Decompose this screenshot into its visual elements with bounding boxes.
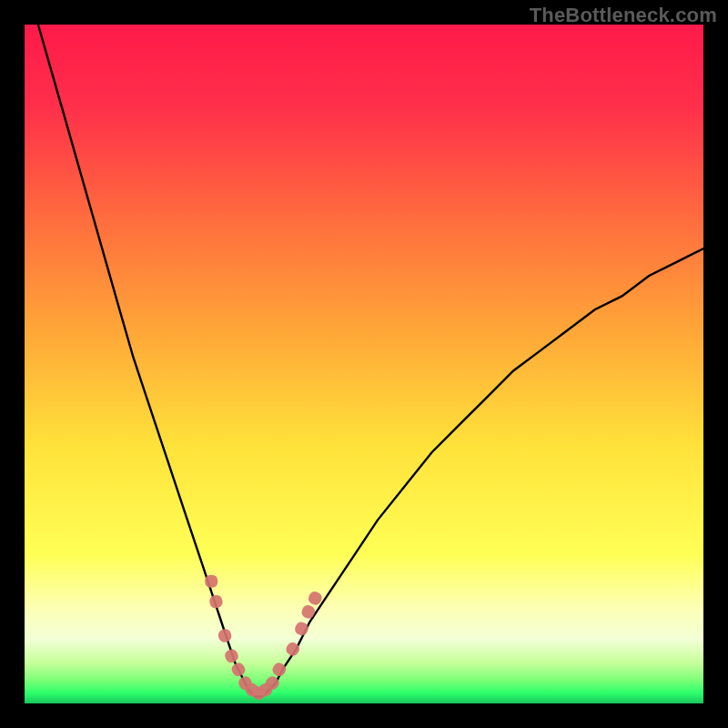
chart-frame: TheBottleneck.com (0, 0, 728, 728)
bottleneck-chart (0, 0, 728, 728)
plot-background (25, 25, 703, 703)
curve-marker (205, 575, 217, 588)
